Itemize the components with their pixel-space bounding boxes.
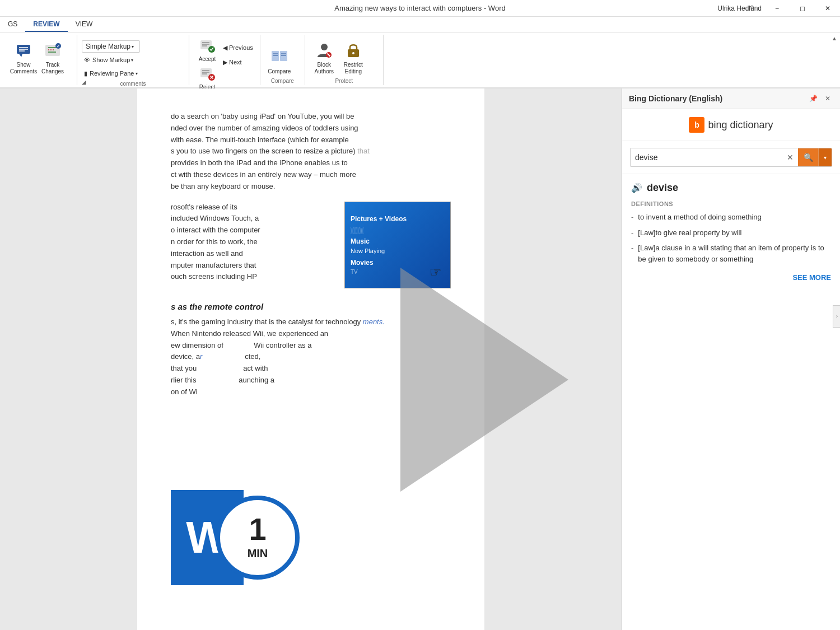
- panel-collapse-button[interactable]: ›: [833, 305, 840, 328]
- previous-icon: ◀: [223, 44, 227, 52]
- show-markup-button[interactable]: 👁 Show Markup ▾: [82, 54, 140, 66]
- def-dash-1: -: [631, 212, 633, 223]
- window-title: Amazing new ways to interact with comptu…: [334, 4, 505, 12]
- svg-text:✓: ✓: [57, 44, 60, 48]
- ribbon-group-compare: Compare Compare: [260, 35, 305, 85]
- next-label: Next: [229, 59, 242, 66]
- block-authors-button[interactable]: Block Authors: [310, 36, 339, 76]
- accept-button[interactable]: Accept: [194, 36, 221, 64]
- search-go-button[interactable]: 🔍: [798, 148, 818, 166]
- show-comments-label: Show Comments: [10, 62, 37, 75]
- tab-review[interactable]: REVIEW: [25, 17, 67, 32]
- bing-logo-text: bing dictionary: [708, 119, 773, 131]
- svg-rect-23: [272, 51, 279, 61]
- track-changes-icon: ✓: [44, 41, 62, 59]
- search-area: ✕ 🔍 ▾: [622, 141, 840, 174]
- definition-text-1: to invent a method of doing something: [638, 212, 761, 223]
- tab-gs[interactable]: GS: [0, 17, 25, 32]
- restore-button[interactable]: ◻: [790, 0, 815, 17]
- reject-icon: [198, 66, 216, 82]
- doc-text-block-3: s as the remote control s, it's the gami…: [171, 301, 451, 398]
- image-line-3: Music: [351, 236, 445, 246]
- block-authors-icon: [315, 41, 333, 59]
- compare-group-label: Compare: [265, 77, 300, 84]
- restrict-editing-button[interactable]: Restrict Editing: [339, 36, 368, 76]
- def-dash-3: -: [631, 242, 633, 254]
- definition-list: - to invent a method of doing something …: [631, 212, 831, 264]
- timer-circle: 1 MIN: [216, 496, 300, 580]
- main-area: do a search on 'baby using iPad' on YouT…: [0, 88, 840, 630]
- svg-rect-24: [280, 51, 287, 61]
- search-input[interactable]: [631, 150, 782, 165]
- ribbon-group-changes: Accept Reject: [189, 35, 260, 85]
- next-icon: ▶: [223, 59, 227, 66]
- search-dropdown-button[interactable]: ▾: [818, 148, 832, 166]
- compare-icon: [270, 48, 288, 66]
- ribbon-collapse-button[interactable]: ▲: [829, 32, 840, 44]
- compare-buttons: Compare: [265, 36, 294, 77]
- doc-text-block-1: do a search on 'baby using iPad' on YouT…: [171, 111, 451, 193]
- bing-dictionary-panel: Bing Dictionary (English) 📌 ✕ › b bing d…: [622, 88, 840, 630]
- show-markup-label: Show Markup: [92, 57, 130, 63]
- protect-buttons: Block Authors Restrict Editing: [310, 36, 368, 77]
- reject-button[interactable]: Reject: [194, 64, 221, 92]
- tracking-small-buttons: Simple Markup ▾ 👁 Show Markup ▾ ▮ Review…: [82, 36, 140, 80]
- previous-button[interactable]: ◀ Previous: [221, 41, 255, 54]
- title-bar: Amazing new ways to interact with comptu…: [0, 0, 840, 17]
- restrict-editing-icon: [344, 41, 362, 59]
- search-clear-button[interactable]: ✕: [782, 148, 798, 166]
- ribbon-group-comments: Show Comments ✓ Track Changes: [4, 35, 77, 85]
- definition-text-3: [Law]a clause in a will stating that an …: [638, 242, 831, 264]
- timer-number: 1: [249, 514, 266, 545]
- protect-group-label: Protect: [310, 77, 379, 84]
- timer-label: MIN: [248, 545, 268, 562]
- reviewing-pane-button[interactable]: ▮ Reviewing Pane ▾: [82, 67, 140, 80]
- word-logo-overlay: W 1 MIN: [171, 456, 300, 585]
- definition-text-2: [Law]to give real property by will: [638, 227, 741, 239]
- minimize-button[interactable]: −: [764, 0, 790, 17]
- svg-point-33: [352, 52, 354, 54]
- reviewing-pane-label: Reviewing Pane: [90, 70, 134, 77]
- window-controls: ? − ◻ ✕: [739, 0, 840, 16]
- definition-item-3: - [Law]a clause in a will stating that a…: [631, 242, 831, 264]
- compare-label: Compare: [268, 68, 291, 75]
- track-changes-label: Track Changes: [39, 62, 66, 75]
- changes-buttons: Accept Reject: [194, 36, 255, 92]
- accept-label: Accept: [199, 56, 216, 63]
- panel-close-button[interactable]: ✕: [822, 93, 833, 104]
- accept-icon: [198, 38, 216, 54]
- help-button[interactable]: ?: [739, 0, 764, 17]
- next-button[interactable]: ▶ Next: [221, 56, 255, 68]
- panel-pin-button[interactable]: 📌: [808, 93, 819, 104]
- definition-item-1: - to invent a method of doing something: [631, 212, 831, 223]
- show-comments-button[interactable]: Show Comments: [9, 36, 38, 76]
- tracking-expand[interactable]: ◢: [82, 79, 86, 85]
- simple-markup-arrow: ▾: [132, 44, 134, 49]
- show-comments-icon: [15, 41, 32, 59]
- accept-reject-col: Accept Reject: [194, 36, 221, 92]
- block-authors-label: Block Authors: [311, 62, 338, 75]
- track-changes-button[interactable]: ✓ Track Changes: [38, 36, 67, 76]
- simple-markup-button[interactable]: Simple Markup ▾: [82, 40, 140, 53]
- tab-view[interactable]: VIEW: [68, 17, 101, 32]
- bing-logo: b bing dictionary: [689, 117, 773, 133]
- show-markup-arrow: ▾: [131, 58, 133, 63]
- bing-logo-icon: b: [689, 117, 704, 133]
- previous-label: Previous: [229, 44, 253, 51]
- compare-button[interactable]: Compare: [265, 36, 294, 76]
- simple-markup-label: Simple Markup: [86, 43, 130, 50]
- audio-icon[interactable]: 🔊: [631, 183, 642, 193]
- restrict-editing-label: Restrict Editing: [340, 62, 367, 75]
- image-line-2: ░░░: [351, 226, 445, 235]
- prev-next-col: ◀ Previous ▶ Next: [221, 36, 255, 68]
- image-line-1: Pictures + Videos: [351, 214, 445, 224]
- svg-marker-1: [19, 54, 22, 57]
- touch-screen-image: Pictures + Videos ░░░ Music Now Playing …: [344, 202, 451, 288]
- panel-header: Bing Dictionary (English) 📌 ✕: [622, 88, 840, 109]
- word-heading: devise: [647, 182, 678, 194]
- ribbon: Show Comments ✓ Track Changes: [0, 32, 840, 88]
- see-more-link[interactable]: SEE MORE: [631, 273, 831, 282]
- document-area: do a search on 'baby using iPad' on YouT…: [0, 88, 622, 630]
- close-button[interactable]: ✕: [815, 0, 840, 17]
- doc-text-block-2: Pictures + Videos ░░░ Music Now Playing …: [171, 202, 451, 294]
